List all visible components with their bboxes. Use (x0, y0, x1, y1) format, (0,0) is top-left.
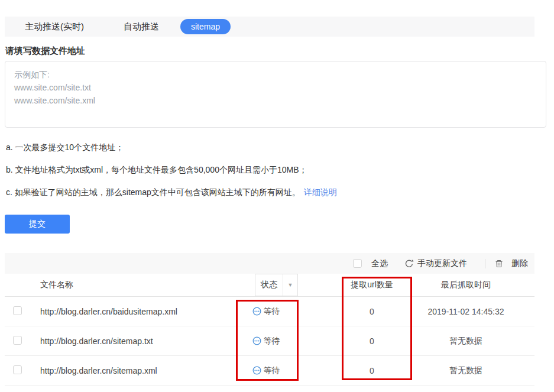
textarea-placeholder-line: www.site.com/site.txt (14, 81, 537, 94)
trash-icon[interactable] (494, 259, 504, 268)
note-b: b. 文件地址格式为txt或xml，每个地址文件最多包含50,000个网址且需小… (6, 164, 337, 175)
submit-button[interactable]: 提交 (5, 215, 70, 234)
sitemap-url-textarea[interactable]: 示例如下: www.site.com/site.txt www.site.com… (5, 61, 546, 128)
status-text: 等待 (264, 306, 280, 316)
status-pending-icon (252, 307, 261, 316)
table-row: http://blog.darler.cn/baidusitemap.xml 等… (5, 297, 534, 326)
last-fetch-cell: 2019-11-02 14:45:32 (427, 307, 505, 316)
row-checkbox[interactable] (13, 336, 22, 345)
row-checkbox[interactable] (13, 365, 22, 374)
last-fetch-cell: 暂无数据 (427, 336, 505, 346)
tab-auto-push[interactable]: 自动推送 (124, 21, 159, 33)
status-text: 等待 (264, 336, 280, 345)
detail-help-link[interactable]: 详细说明 (304, 187, 337, 197)
header-url-count: 提取url数量 (317, 280, 427, 290)
toolbar-divider (485, 259, 485, 268)
header-file-name: 文件名称 (31, 280, 233, 290)
select-all-checkbox[interactable] (353, 259, 362, 268)
status-cell: 等待 (233, 365, 299, 376)
status-pending-icon (252, 366, 261, 375)
url-count-cell: 0 (317, 366, 427, 375)
sitemap-file-table: 全选 手动更新文件 删除 文件名称 提取url数量 最后抓取时间 状态 ▼ ht… (5, 253, 534, 385)
url-count-cell: 0 (317, 336, 427, 346)
manual-refresh-label[interactable]: 手动更新文件 (417, 258, 467, 269)
status-filter-label: 状态 (255, 274, 283, 296)
file-url: http://blog.darler.cn/sitemap.txt (31, 336, 233, 346)
note-c-text: c. 如果验证了网站的主域，那么sitemap文件中可包含该网站主域下的所有网址… (6, 187, 300, 197)
refresh-icon[interactable] (404, 259, 414, 268)
row-checkbox[interactable] (13, 306, 22, 315)
delete-label[interactable]: 删除 (511, 258, 528, 269)
status-cell: 等待 (233, 306, 299, 317)
chevron-down-icon[interactable]: ▼ (283, 274, 297, 296)
url-count-cell: 0 (317, 307, 427, 316)
table-toolbar: 全选 手动更新文件 删除 (5, 253, 534, 274)
tab-active-push[interactable]: 主动推送(实时) (25, 21, 84, 33)
page-title: 请填写数据文件地址 (5, 46, 85, 57)
note-c: c. 如果验证了网站的主域，那么sitemap文件中可包含该网站主域下的所有网址… (6, 187, 337, 197)
tab-sitemap-active[interactable]: sitemap (180, 19, 231, 34)
table-header-row: 文件名称 提取url数量 最后抓取时间 状态 ▼ (5, 274, 534, 297)
note-a: a. 一次最多提交10个文件地址； (6, 142, 337, 153)
status-text: 等待 (264, 365, 280, 375)
table-row: http://blog.darler.cn/sitemap.xml 等待 0 暂… (5, 356, 534, 385)
push-mode-tabbar: 主动推送(实时) 自动推送 sitemap (5, 17, 534, 37)
status-filter-dropdown[interactable]: 状态 ▼ (255, 274, 298, 296)
submission-notes: a. 一次最多提交10个文件地址； b. 文件地址格式为txt或xml，每个地址… (6, 142, 337, 209)
file-url: http://blog.darler.cn/sitemap.xml (31, 366, 233, 375)
status-pending-icon (252, 336, 261, 345)
textarea-placeholder-line: www.site.com/site.xml (14, 94, 537, 107)
textarea-placeholder-line: 示例如下: (14, 68, 537, 81)
header-last-fetch: 最后抓取时间 (427, 280, 505, 290)
file-url: http://blog.darler.cn/baidusitemap.xml (31, 307, 233, 316)
select-all-label[interactable]: 全选 (371, 258, 388, 269)
status-cell: 等待 (233, 336, 299, 346)
last-fetch-cell: 暂无数据 (427, 365, 505, 376)
table-row: http://blog.darler.cn/sitemap.txt 等待 0 暂… (5, 326, 534, 356)
